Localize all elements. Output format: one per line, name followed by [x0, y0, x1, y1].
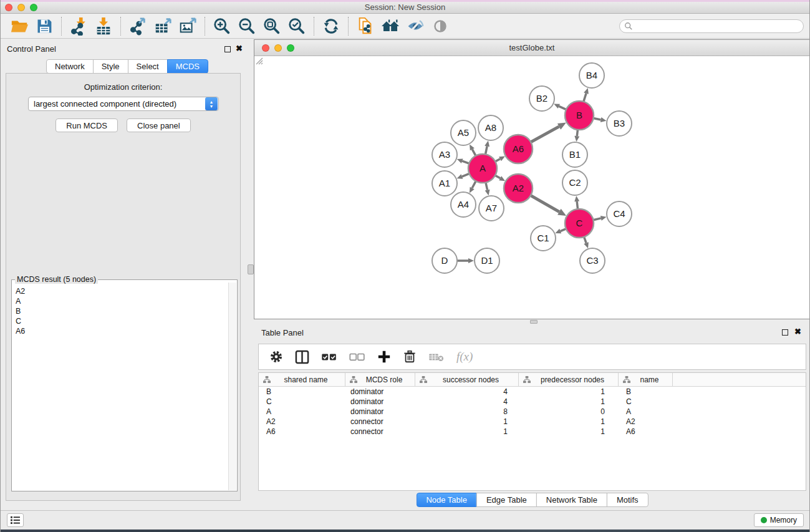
clone-network-button[interactable]	[353, 16, 378, 37]
gear-icon	[269, 350, 283, 364]
table-row[interactable]: Adominator80A	[259, 407, 806, 417]
export-table-button[interactable]	[150, 16, 175, 37]
tab-network[interactable]: Network	[46, 59, 94, 74]
import-network-button[interactable]	[66, 16, 91, 37]
save-session-button[interactable]	[32, 16, 57, 37]
tab-style[interactable]: Style	[93, 59, 128, 74]
result-item[interactable]: A6	[16, 326, 227, 336]
import-table-button[interactable]	[91, 16, 116, 37]
memory-button[interactable]: Memory	[754, 513, 804, 527]
function-builder-button[interactable]: f(x)	[456, 350, 473, 364]
column-header-name[interactable]: name	[619, 373, 673, 386]
export-network-button[interactable]	[125, 16, 150, 37]
import-table-icon	[94, 17, 113, 36]
result-scrollbar[interactable]	[228, 283, 236, 490]
minimize-window-button[interactable]	[17, 4, 25, 11]
zoom-window-button[interactable]	[30, 4, 37, 11]
result-item[interactable]: A2	[16, 286, 227, 296]
run-mcds-button[interactable]: Run MCDS	[55, 118, 118, 132]
edge-A-A1[interactable]	[462, 173, 470, 177]
control-panel: Control Panel ✖ NetworkStyleSelectMCDS O…	[1, 39, 254, 510]
edge-B-B1[interactable]	[577, 130, 577, 136]
table-row[interactable]: A2connector11A2	[259, 417, 806, 427]
add-column-button[interactable]	[377, 350, 391, 364]
table-row[interactable]: A6connector11A6	[259, 427, 806, 437]
float-panel-icon[interactable]	[224, 46, 231, 52]
edge-C-C1[interactable]	[561, 229, 566, 231]
hide-details-button[interactable]	[403, 16, 428, 37]
checked-boxes-icon	[321, 351, 337, 362]
float-table-panel-icon[interactable]	[782, 329, 788, 336]
zoom-fit-button[interactable]	[259, 16, 284, 37]
edge-B-B4[interactable]	[584, 94, 586, 102]
network-graph[interactable]: B4B2BB3A8A5A6A3B1AA1C2A2A4A7C4CC1C3DD1	[254, 56, 809, 319]
close-table-panel-icon[interactable]: ✖	[794, 329, 801, 335]
node-label-A3: A3	[439, 149, 450, 160]
network-close-button[interactable]	[262, 44, 269, 52]
network-minimize-button[interactable]	[274, 44, 282, 52]
mcds-result-box: MCDS result (5 nodes) A2ABCA6	[11, 279, 238, 491]
edge-C-C3[interactable]	[584, 237, 586, 243]
search-field[interactable]	[619, 19, 804, 33]
edge-B-B3[interactable]	[594, 118, 601, 120]
edge-A-A7[interactable]	[486, 182, 488, 190]
tab-select[interactable]: Select	[128, 59, 168, 74]
apply-layout-button[interactable]	[319, 16, 344, 37]
close-panel-icon[interactable]: ✖	[236, 46, 243, 52]
column-type-icon	[623, 376, 630, 384]
edge-C-C4[interactable]	[593, 218, 600, 220]
close-window-button[interactable]	[5, 4, 12, 11]
horizontal-splitter-handle[interactable]	[530, 320, 538, 324]
column-header-predecessor-nodes[interactable]: predecessor nodes	[519, 373, 619, 386]
network-view[interactable]: B4B2BB3A8A5A6A3B1AA1C2A2A4A7C4CC1C3DD1	[254, 56, 809, 319]
delete-table-button[interactable]	[428, 351, 445, 362]
select-all-button[interactable]	[321, 351, 337, 362]
column-header-mcds-role[interactable]: MCDS role	[345, 373, 415, 386]
edge-A-A6[interactable]	[495, 159, 500, 162]
edge-A-A5[interactable]	[472, 149, 476, 155]
result-item[interactable]: A	[16, 296, 227, 306]
open-file-button[interactable]	[7, 16, 32, 37]
table-settings-button[interactable]	[269, 350, 283, 364]
edge-A-A4[interactable]	[472, 181, 476, 188]
close-panel-button[interactable]: Close panel	[127, 118, 191, 132]
table-row[interactable]: Bdominator41B	[259, 387, 806, 397]
delete-columns-button[interactable]	[403, 350, 417, 364]
edge-A2-C[interactable]	[531, 195, 559, 211]
edge-C-C2[interactable]	[577, 201, 577, 209]
table-panel-tabs: Node TableEdge TableNetwork TableMotifs	[416, 493, 648, 507]
zoom-in-button[interactable]	[210, 16, 234, 37]
tab-motifs[interactable]: Motifs	[607, 493, 648, 507]
task-history-button[interactable]	[7, 513, 24, 527]
application-window: Session: New Session	[0, 0, 810, 532]
reset-view-button[interactable]	[378, 16, 403, 37]
resize-grip-icon[interactable]	[254, 56, 263, 65]
toggle-panes-button[interactable]	[295, 350, 309, 364]
search-input[interactable]	[633, 21, 803, 32]
tab-edge-table[interactable]: Edge Table	[476, 493, 537, 507]
import-network-icon	[69, 17, 88, 36]
vertical-splitter-handle[interactable]	[248, 264, 254, 274]
network-zoom-button[interactable]	[287, 44, 294, 52]
tab-node-table[interactable]: Node Table	[416, 493, 477, 507]
zoom-selected-button[interactable]	[284, 16, 309, 37]
show-details-button[interactable]	[428, 16, 453, 37]
edge-A-A3[interactable]	[462, 161, 469, 163]
column-header-successor-nodes[interactable]: successor nodes	[415, 373, 519, 386]
edge-A-A8[interactable]	[486, 146, 488, 154]
table-row[interactable]: Cdominator41C	[259, 397, 806, 407]
result-item[interactable]: C	[16, 316, 227, 326]
edge-A-A2[interactable]	[495, 175, 500, 178]
edge-A6-B[interactable]	[531, 127, 559, 142]
deselect-all-button[interactable]	[349, 351, 365, 362]
column-header-shared-name[interactable]: shared name	[259, 373, 345, 386]
zoom-out-button[interactable]	[234, 16, 259, 37]
result-item[interactable]: B	[16, 306, 227, 316]
tab-network-table[interactable]: Network Table	[536, 493, 607, 507]
criterion-dropdown[interactable]: largest connected component (directed) ▲…	[28, 97, 219, 111]
node-table[interactable]: shared nameMCDS rolesuccessor nodesprede…	[258, 372, 806, 491]
export-image-button[interactable]	[175, 16, 200, 37]
tab-mcds[interactable]: MCDS	[167, 59, 208, 74]
node-label-A: A	[480, 163, 486, 173]
edge-B-B2[interactable]	[559, 106, 566, 109]
